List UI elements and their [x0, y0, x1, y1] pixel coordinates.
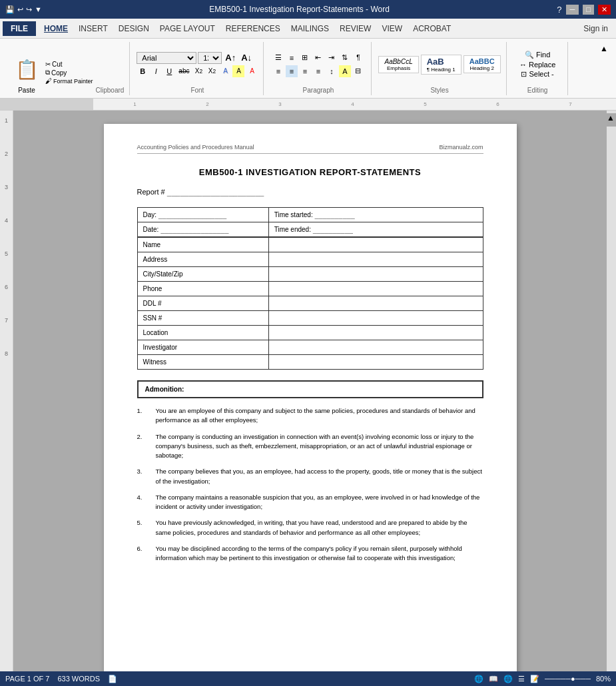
window-controls[interactable]: ? ─ □ ✕ — [557, 5, 611, 15]
language-btn[interactable]: 🌐 — [474, 675, 483, 683]
name-value[interactable] — [268, 238, 483, 252]
close-btn[interactable]: ✕ — [598, 5, 611, 15]
italic-button[interactable]: I — [150, 65, 162, 77]
day-cell: Day: _________________ — [137, 208, 268, 222]
view-print-btn[interactable]: 📖 — [489, 675, 498, 683]
decrease-font-btn[interactable]: A↓ — [239, 52, 254, 64]
text-effects-button[interactable]: A — [219, 65, 231, 77]
superscript-button[interactable]: X2 — [206, 65, 218, 77]
subscript-button[interactable]: X2 — [192, 65, 204, 77]
maximize-btn[interactable]: □ — [583, 5, 594, 15]
bold-button[interactable]: B — [137, 65, 149, 77]
acrobat-menu[interactable]: ACROBAT — [408, 21, 456, 36]
phone-value[interactable] — [268, 282, 483, 296]
increase-font-btn[interactable]: A↑ — [223, 52, 238, 64]
scroll-up-btn[interactable]: ▲ — [607, 113, 616, 127]
insert-menu[interactable]: INSERT — [73, 21, 113, 36]
heading2-style[interactable]: AaBBC Heading 2 — [463, 55, 501, 73]
ddl-row: DDL # — [137, 296, 483, 311]
left-bar: 1 2 3 4 5 6 7 8 — [0, 111, 13, 686]
city-state-zip-value[interactable] — [268, 267, 483, 282]
show-hide-button[interactable]: ¶ — [352, 52, 364, 64]
word-count-icon[interactable]: 📄 — [108, 675, 117, 683]
view-web-btn[interactable]: 🌐 — [503, 675, 513, 683]
phone-label: Phone — [137, 282, 268, 296]
paragraph-group: ☰ ≡ ⊞ ⇤ ⇥ ⇅ ¶ ≡ ≡ ≡ ≡ ↕ A ⊟ Paragraph — [265, 42, 372, 95]
address-value[interactable] — [268, 252, 483, 267]
report-num-row: Report # ______________________ — [137, 188, 483, 196]
ssn-label: SSN # — [137, 311, 268, 326]
font-size-select[interactable]: 12 — [198, 52, 222, 64]
ribbon: 📋 Paste ✂Cut ⧉Copy 🖌Format Painter Clipb… — [0, 39, 616, 99]
sort-button[interactable]: ⇅ — [339, 52, 351, 64]
underline-button[interactable]: U — [163, 65, 175, 77]
strikethrough-button[interactable]: abc — [176, 65, 191, 77]
ddl-label: DDL # — [137, 296, 268, 311]
bullets-button[interactable]: ☰ — [272, 52, 284, 64]
border-button[interactable]: ⊟ — [352, 65, 364, 77]
mailings-menu[interactable]: MAILINGS — [286, 21, 334, 36]
page-layout-menu[interactable]: PAGE LAYOUT — [154, 21, 220, 36]
doc-title: EMB500-1 INVESTIGATION REPORT-STATEMENTS — [137, 167, 483, 177]
find-button[interactable]: 🔍Find — [525, 51, 550, 59]
paste-button[interactable]: 📋 — [11, 53, 43, 85]
witness-value[interactable] — [268, 355, 483, 370]
align-left-button[interactable]: ≡ — [272, 65, 284, 77]
address-row: Address — [137, 252, 483, 267]
investigator-value[interactable] — [268, 340, 483, 355]
view-outline-btn[interactable]: ☰ — [518, 675, 525, 683]
ssn-row: SSN # — [137, 311, 483, 326]
view-menu[interactable]: VIEW — [376, 21, 408, 36]
heading1-style[interactable]: AaB ¶ Heading 1 — [421, 55, 462, 75]
copy-button[interactable]: ⧉Copy — [45, 69, 93, 77]
header-right: Bizmanualz.com — [439, 144, 483, 151]
emphasis-preview: AaBbCcL — [384, 58, 412, 65]
decrease-indent-button[interactable]: ⇤ — [312, 52, 324, 64]
emphasis-label: Emphasis — [384, 65, 412, 71]
emphasis-style[interactable]: AaBbCcL Emphasis — [378, 56, 418, 73]
increase-indent-button[interactable]: ⇥ — [326, 52, 338, 64]
save-icon[interactable]: 💾 — [5, 5, 15, 14]
sign-in[interactable]: Sign in — [578, 21, 613, 36]
shading-button[interactable]: A — [339, 65, 351, 77]
ribbon-collapse-btn[interactable]: ▲ — [597, 41, 611, 56]
align-right-button[interactable]: ≡ — [299, 65, 311, 77]
highlight-button[interactable]: A — [232, 65, 244, 77]
format-painter-button[interactable]: 🖌Format Painter — [45, 77, 93, 85]
file-menu[interactable]: FILE — [3, 21, 36, 36]
font-name-select[interactable]: Arial — [137, 52, 196, 64]
help-icon[interactable]: ? — [557, 5, 561, 15]
right-scrollbar[interactable]: ▲ ▼ — [607, 111, 616, 686]
status-left: PAGE 1 OF 7 633 WORDS 📄 — [5, 675, 117, 683]
view-draft-btn[interactable]: 📝 — [530, 675, 539, 683]
design-menu[interactable]: DESIGN — [113, 21, 154, 36]
line-spacing-button[interactable]: ↕ — [326, 65, 338, 77]
customize-icon[interactable]: ▼ — [35, 5, 42, 14]
numbering-button[interactable]: ≡ — [286, 52, 298, 64]
multilevel-list-button[interactable]: ⊞ — [299, 52, 311, 64]
city-state-zip-label: City/State/Zip — [137, 267, 268, 282]
review-menu[interactable]: REVIEW — [334, 21, 376, 36]
investigator-row: Investigator — [137, 340, 483, 355]
zoom-slider[interactable]: ─────●─── — [545, 675, 591, 683]
location-value[interactable] — [268, 326, 483, 340]
cut-button[interactable]: ✂Cut — [45, 61, 93, 68]
align-center-button[interactable]: ≡ — [286, 65, 298, 77]
ddl-value[interactable] — [268, 296, 483, 311]
ssn-value[interactable] — [268, 311, 483, 326]
heading1-label: ¶ Heading 1 — [427, 67, 456, 73]
justify-button[interactable]: ≡ — [312, 65, 324, 77]
paste-label[interactable]: Paste — [18, 87, 35, 94]
replace-button[interactable]: ↔Replace — [519, 61, 555, 69]
undo-icon[interactable]: ↩ — [17, 5, 23, 14]
redo-icon[interactable]: ↪ — [26, 5, 32, 14]
references-menu[interactable]: REFERENCES — [220, 21, 286, 36]
home-menu[interactable]: HOME — [39, 21, 73, 36]
minimize-btn[interactable]: ─ — [566, 5, 579, 15]
word-count: 633 WORDS — [57, 675, 100, 683]
heading2-preview: AaBBC — [469, 57, 495, 65]
font-color-button[interactable]: A — [246, 65, 258, 77]
select-button[interactable]: ⊡Select - — [521, 70, 553, 79]
heading1-preview: AaB — [427, 57, 456, 67]
zoom-level[interactable]: 80% — [596, 675, 611, 683]
